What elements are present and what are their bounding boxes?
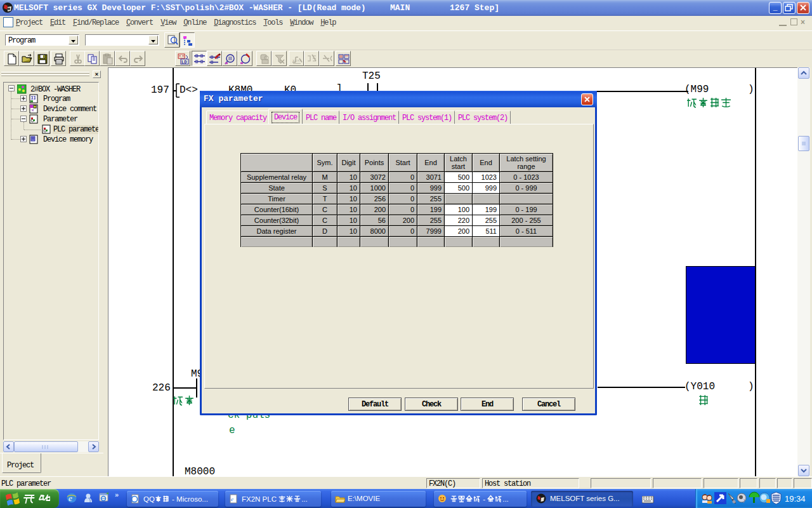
svg-text:e: e (231, 496, 233, 502)
svg-text:e: e (69, 493, 72, 503)
svg-text:xxxx: xxxx (292, 58, 302, 63)
svg-text:LD: LD (181, 60, 187, 65)
